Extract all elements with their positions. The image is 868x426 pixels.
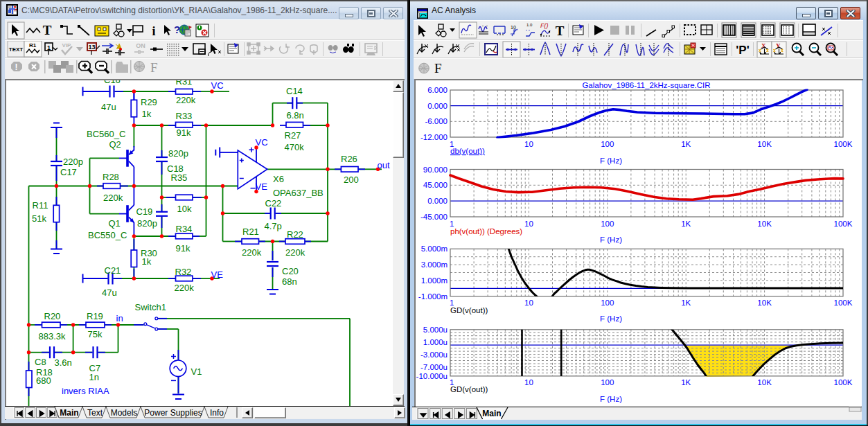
- svg-text:Main: Main: [60, 408, 78, 418]
- svg-text:in: in: [116, 313, 123, 323]
- svg-text:-3.000u: -3.000u: [420, 350, 448, 359]
- svg-text:13: 13: [88, 44, 95, 51]
- svg-text:C20: C20: [282, 266, 299, 276]
- svg-text:680: 680: [36, 375, 51, 386]
- svg-text:R20: R20: [44, 311, 61, 321]
- svg-text:470k: 470k: [285, 142, 305, 152]
- svg-text:i: i: [152, 24, 155, 38]
- svg-text:R11: R11: [33, 200, 48, 211]
- svg-text:F: F: [150, 60, 158, 75]
- svg-text:R21: R21: [242, 227, 259, 237]
- svg-text:R27: R27: [285, 130, 301, 141]
- svg-text:51k: 51k: [32, 213, 46, 224]
- svg-text:TEXT: TEXT: [9, 46, 24, 53]
- svg-text:1.000u: 1.000u: [423, 338, 448, 346]
- svg-text:BC560_C: BC560_C: [87, 129, 125, 139]
- svg-text:F (Hz): F (Hz): [600, 314, 622, 323]
- svg-text:invers RIAA: invers RIAA: [62, 386, 109, 396]
- svg-text:220k: 220k: [176, 95, 196, 105]
- svg-text:R19: R19: [87, 311, 103, 321]
- svg-text:R28: R28: [103, 172, 119, 182]
- svg-text:GD(v(out)): GD(v(out)): [450, 385, 488, 393]
- svg-text:F (Hz): F (Hz): [600, 395, 622, 403]
- svg-text:10k: 10k: [177, 204, 192, 214]
- svg-text:75k: 75k: [88, 329, 103, 339]
- svg-text:'P': 'P': [736, 44, 749, 57]
- svg-text:220k: 220k: [175, 283, 195, 293]
- svg-text:Switch1: Switch1: [135, 302, 167, 312]
- svg-text:68n: 68n: [282, 276, 297, 287]
- svg-text:C14: C14: [286, 86, 303, 96]
- svg-text:10: 10: [524, 220, 533, 228]
- svg-text:883.3k: 883.3k: [39, 331, 67, 341]
- svg-text:-10.000u: -10.000u: [416, 372, 448, 380]
- svg-text:-12.000: -12.000: [420, 133, 448, 141]
- svg-text:F (Hz): F (Hz): [600, 157, 622, 165]
- svg-text:1.000m: 1.000m: [421, 276, 448, 285]
- svg-text:C17: C17: [60, 167, 77, 177]
- svg-text:-45.000: -45.000: [420, 213, 448, 221]
- svg-text:1: 1: [47, 44, 51, 51]
- svg-text:Main: Main: [482, 409, 501, 418]
- svg-text:91k: 91k: [176, 243, 191, 254]
- svg-text:10: 10: [511, 25, 516, 30]
- svg-text:Galahov_1986-11_2kHz-square.CI: Galahov_1986-11_2kHz-square.CIR: [582, 81, 710, 89]
- svg-text:220k: 220k: [242, 247, 262, 258]
- svg-text:Text: Text: [87, 408, 103, 418]
- svg-text:R33: R33: [176, 111, 193, 121]
- svg-text:100: 100: [601, 299, 614, 307]
- svg-text:R26: R26: [341, 154, 357, 164]
- svg-text:out: out: [378, 160, 390, 170]
- svg-text:C22: C22: [265, 198, 282, 208]
- svg-text:F(): F(): [540, 22, 549, 29]
- svg-text:220p: 220p: [63, 157, 83, 167]
- svg-text:4.7p: 4.7p: [265, 221, 282, 231]
- svg-text:ph(v(out)) (Degrees): ph(v(out)) (Degrees): [450, 227, 522, 236]
- svg-text:Models: Models: [111, 408, 138, 418]
- svg-text:100: 100: [601, 140, 614, 148]
- svg-text:3.000m: 3.000m: [421, 260, 448, 269]
- svg-text:91k: 91k: [177, 127, 191, 138]
- svg-text:10K: 10K: [757, 220, 772, 228]
- svg-text:db(v(out)): db(v(out)): [450, 147, 485, 155]
- svg-text:10: 10: [524, 140, 533, 148]
- svg-text:VC: VC: [211, 80, 224, 91]
- svg-text:200: 200: [344, 175, 359, 185]
- svg-text:0.000: 0.000: [427, 102, 448, 110]
- svg-text:220k: 220k: [285, 247, 305, 258]
- svg-text:3.6n: 3.6n: [55, 357, 72, 368]
- svg-text:T: T: [556, 24, 565, 38]
- svg-text:T: T: [43, 23, 52, 37]
- svg-text:10K: 10K: [757, 299, 772, 307]
- svg-text:VC: VC: [256, 137, 268, 148]
- svg-text:5.000u: 5.000u: [423, 326, 448, 334]
- svg-text:1k: 1k: [142, 256, 152, 267]
- svg-text:X6: X6: [273, 174, 284, 184]
- svg-text:10K: 10K: [757, 378, 772, 387]
- svg-text:Q2: Q2: [109, 139, 121, 150]
- svg-text:C21: C21: [105, 265, 121, 276]
- svg-text:1K: 1K: [681, 378, 691, 387]
- svg-text:1K: 1K: [681, 140, 691, 148]
- svg-text:820p: 820p: [168, 148, 188, 159]
- svg-text:F: F: [434, 61, 442, 76]
- svg-text:100K: 100K: [834, 220, 853, 228]
- svg-text:VE: VE: [256, 181, 268, 192]
- svg-text:1K: 1K: [681, 220, 691, 228]
- svg-text:R32: R32: [175, 267, 192, 277]
- svg-text:6.8n: 6.8n: [287, 110, 304, 121]
- svg-text:100K: 100K: [834, 140, 853, 148]
- svg-text:100: 100: [601, 378, 614, 387]
- svg-text:100: 100: [601, 220, 614, 228]
- svg-text:1K: 1K: [681, 299, 691, 307]
- svg-text:R22: R22: [287, 229, 303, 240]
- svg-text:10: 10: [524, 299, 533, 307]
- svg-text:220k: 220k: [103, 193, 123, 203]
- svg-text:100K: 100K: [834, 378, 853, 387]
- svg-text:OPA637_BB: OPA637_BB: [273, 188, 324, 198]
- svg-text:R29: R29: [141, 97, 157, 107]
- svg-text:10: 10: [524, 378, 533, 387]
- svg-text:820p: 820p: [137, 218, 157, 229]
- svg-text:Info: Info: [210, 408, 224, 418]
- svg-text:0.000: 0.000: [427, 197, 448, 205]
